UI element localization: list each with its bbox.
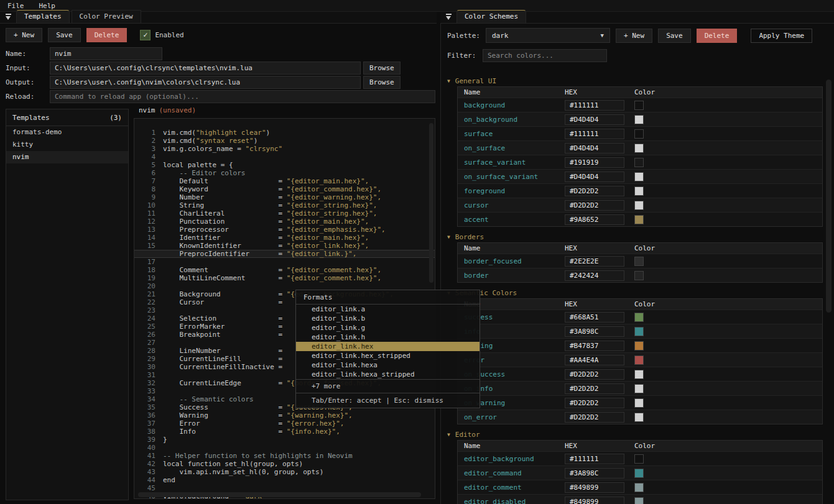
autocomplete-item[interactable]: editor_link.hex [296,342,480,351]
color-row[interactable]: foreground#D2D2D2 [458,183,822,198]
section-collapse-icon[interactable]: ▼ [447,432,450,438]
color-row[interactable]: cursor#D2D2D2 [458,198,822,212]
section-collapse-icon[interactable]: ▼ [447,78,450,84]
color-row[interactable]: editor_comment#849899 [458,480,822,494]
color-row[interactable]: success#668A51 [458,309,822,324]
tab-templates[interactable]: Templates [16,10,70,23]
color-swatch[interactable] [634,413,644,422]
save-template-button[interactable]: Save [48,28,81,42]
hex-value-input[interactable]: #B47837 [565,341,624,351]
color-row[interactable]: on_success#D2D2D2 [458,367,822,381]
code-line[interactable]: 14 Identifier = "{editor_main.hex}", [134,234,435,242]
color-swatch[interactable] [634,215,644,224]
hex-value-input[interactable]: #D2D2D2 [565,186,624,196]
hex-value-input[interactable]: #9A8652 [565,214,624,225]
color-swatch[interactable] [634,158,644,167]
code-line[interactable]: 1vim.cmd("highlight clear") [134,129,435,137]
color-row[interactable]: on_surface_variant#D4D4D4 [458,169,822,183]
hex-value-input[interactable]: #2E2E2E [565,256,624,267]
input-browse-button[interactable]: Browse [363,62,401,75]
hex-value-input[interactable]: #D4D4D4 [565,143,624,153]
code-line[interactable]: 13 Preprocessor = "{editor_emphasis.hex}… [134,226,435,234]
code-line[interactable]: 7 Default = "{editor_main.hex}", [134,177,435,185]
hex-value-input[interactable]: #D4D4D4 [565,172,624,182]
tab-color-schemes[interactable]: Color Schemes [456,10,526,23]
autocomplete-item[interactable]: editor_link.hex_stripped [296,351,480,360]
apply-theme-button[interactable]: Apply Theme [751,29,812,43]
hex-value-input[interactable]: #D4D4D4 [565,114,624,125]
color-swatch[interactable] [634,497,644,504]
output-browse-button[interactable]: Browse [363,76,401,89]
color-swatch[interactable] [634,115,644,124]
color-row[interactable]: on_info#D2D2D2 [458,381,822,395]
color-row[interactable]: warning#B47837 [458,338,822,352]
color-row[interactable]: info#3A898C [458,324,822,338]
color-swatch[interactable] [634,101,644,110]
color-swatch[interactable] [634,313,644,322]
hex-value-input[interactable]: #111111 [565,454,624,464]
code-line[interactable]: 10 String = "{editor_string.hex}", [134,201,435,209]
code-line[interactable]: 4 [134,153,435,161]
code-line[interactable]: 44end [134,476,435,484]
right-pane-scrollbar[interactable] [826,80,832,313]
hex-value-input[interactable]: #D2D2D2 [565,383,624,394]
reload-command-input[interactable] [50,90,435,103]
color-row[interactable]: surface_variant#191919 [458,155,822,169]
output-path-input[interactable] [50,76,361,89]
collapse-panel-icon-right[interactable] [445,14,452,21]
code-line[interactable]: 38 Info = "{info.hex}", [134,428,435,436]
color-swatch[interactable] [634,370,644,379]
code-line[interactable]: 42local function set_hl(group, opts) [134,460,435,468]
code-line[interactable]: 45 [134,484,435,492]
color-swatch[interactable] [634,172,644,181]
delete-palette-button[interactable]: Delete [697,29,738,43]
code-line-current[interactable]: PreprocIdentifier = "{editor_link.}", [134,250,435,258]
color-swatch[interactable] [634,384,644,393]
name-input[interactable] [50,47,162,60]
autocomplete-item[interactable]: editor_link.hexa_stripped [296,370,480,379]
hex-value-input[interactable]: #111111 [565,129,624,139]
color-swatch[interactable] [634,271,644,280]
color-row[interactable]: error#AA4E4A [458,352,822,367]
code-line[interactable]: 15 KnownIdentifier = "{editor_link.hex}"… [134,242,435,250]
section-header[interactable]: ▼General UI [447,76,827,86]
enabled-checkbox[interactable]: ✓ [140,30,151,40]
code-line[interactable]: 8 Keyword = "{editor_command.hex}", [134,185,435,193]
palette-dropdown[interactable]: dark ▼ [486,28,610,43]
section-header[interactable]: ▼Editor [447,429,827,439]
color-row[interactable]: on_warning#D2D2D2 [458,395,822,410]
hex-value-input[interactable]: #849899 [565,497,624,504]
color-swatch[interactable] [634,144,644,153]
color-swatch[interactable] [634,257,644,266]
new-palette-button[interactable]: + New [616,29,652,43]
autocomplete-item[interactable]: editor_link.h [296,332,480,342]
section-header[interactable]: ▼Borders [447,232,827,242]
menu-help[interactable]: Help [32,2,63,10]
template-list-item[interactable]: kitty [6,139,128,151]
color-swatch[interactable] [634,469,644,478]
color-swatch[interactable] [634,327,644,336]
code-line[interactable]: 9 Number = "{editor_warning.hex}", [134,193,435,201]
template-list-item[interactable]: formats-demo [6,126,128,139]
color-row[interactable]: editor_background#111111 [458,451,822,465]
code-line[interactable]: 39} [134,436,435,444]
color-row[interactable]: editor_disabled#849899 [458,494,822,504]
tab-color-preview[interactable]: Color Preview [72,10,141,23]
code-line[interactable]: 43 vim.api.nvim_set_hl(0, group, opts) [134,468,435,476]
color-row[interactable]: accent#9A8652 [458,212,822,226]
color-row[interactable]: surface#111111 [458,126,822,140]
delete-template-button[interactable]: Delete [86,28,127,42]
section-collapse-icon[interactable]: ▼ [447,234,450,240]
color-row[interactable]: on_surface#D4D4D4 [458,140,822,155]
color-row[interactable]: border#242424 [458,268,822,282]
color-swatch[interactable] [634,186,644,196]
code-line[interactable]: 36 Warning = "{warning.hex}", [134,411,435,419]
code-line[interactable]: 6 -- Editor colors [134,169,435,177]
template-list-item[interactable]: nvim [6,151,128,163]
code-line[interactable]: 2vim.cmd("syntax reset") [134,137,435,145]
color-swatch[interactable] [634,129,644,139]
save-palette-button[interactable]: Save [658,29,691,43]
color-row[interactable]: background#111111 [458,98,822,112]
code-line[interactable]: 3vim.g.colors_name = "clrsync" [134,145,435,153]
code-line[interactable]: 5local palette = { [134,161,435,169]
